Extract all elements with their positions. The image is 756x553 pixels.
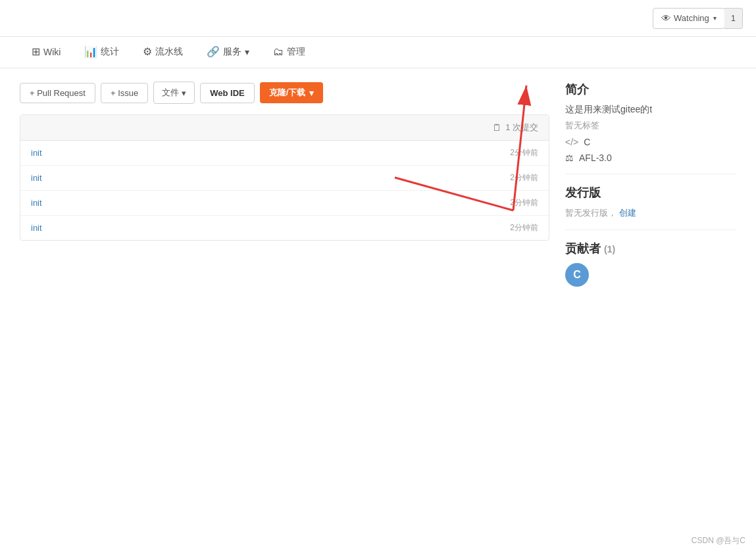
table-row: init 2分钟前: [20, 191, 549, 216]
license-icon: ⚖: [565, 153, 574, 163]
contributor-avatar[interactable]: C: [565, 263, 589, 287]
code-icon: </>: [565, 137, 578, 147]
stats-icon: 📊: [84, 45, 97, 58]
files-dropdown-icon: ▾: [182, 88, 186, 98]
watching-count-badge[interactable]: 1: [724, 8, 743, 29]
main-content: + Pull Request + Issue 文件 ▾ Web IDE 克隆/下…: [0, 68, 756, 300]
file-name-2[interactable]: init: [31, 198, 510, 208]
table-row: init 2分钟前: [20, 141, 549, 166]
pipeline-icon: ⚙: [143, 45, 152, 58]
chevron-down-icon: ▾: [713, 14, 717, 22]
commits-count: 1 次提交: [505, 122, 538, 133]
file-time-3: 2分钟前: [510, 222, 538, 233]
nav-item-pipeline[interactable]: ⚙ 流水线: [131, 37, 195, 68]
divider-1: [565, 174, 736, 174]
file-name-0[interactable]: init: [31, 148, 510, 158]
commit-icon: 🗒: [492, 122, 501, 133]
contributors-title: 贡献者 (1): [565, 241, 736, 256]
release-title: 发行版: [565, 185, 736, 201]
nav-label-manage: 管理: [287, 46, 305, 58]
nav-item-service[interactable]: 🔗 服务 ▾: [195, 37, 261, 68]
nav-bar: ⊞ Wiki 📊 统计 ⚙ 流水线 🔗 服务 ▾ 🗂 管理: [0, 37, 756, 68]
nav-label-service: 服务: [223, 46, 241, 58]
pull-request-button[interactable]: + Pull Request: [20, 83, 95, 103]
file-time-2: 2分钟前: [510, 197, 538, 208]
language-label: C: [584, 137, 590, 147]
nav-item-manage[interactable]: 🗂 管理: [261, 37, 317, 68]
contributors-section: 贡献者 (1) C: [565, 241, 736, 287]
license-label: AFL-3.0: [579, 153, 612, 163]
file-time-0: 2分钟前: [510, 147, 538, 158]
watching-group: 👁 Watching ▾ 1: [653, 8, 743, 29]
manage-icon: 🗂: [273, 46, 284, 58]
watching-button[interactable]: 👁 Watching ▾: [653, 8, 725, 29]
nav-label-stats: 统计: [101, 46, 119, 58]
contributors-title-text: 贡献者: [565, 242, 601, 255]
files-label: 文件: [162, 87, 179, 99]
nav-label-wiki: Wiki: [43, 47, 61, 57]
repo-table: 🗒 1 次提交 init 2分钟前 init 2分钟前 init 2分钟前 in…: [20, 114, 549, 241]
contributors-count: (1): [604, 244, 615, 254]
clone-download-button[interactable]: 克隆/下载 ▾: [260, 82, 324, 103]
clone-label: 克隆/下载: [269, 87, 306, 99]
clone-dropdown-icon: ▾: [309, 88, 314, 98]
create-release-link[interactable]: 创建: [619, 208, 636, 218]
file-name-1[interactable]: init: [31, 173, 510, 183]
watermark: CSDN @吾与C: [692, 535, 745, 546]
service-dropdown-icon: ▾: [245, 47, 249, 57]
top-bar: 👁 Watching ▾ 1: [0, 0, 756, 37]
intro-text: 这是用来测试gitee的t: [565, 104, 736, 116]
eye-icon: 👁: [661, 12, 671, 24]
watching-label: Watching: [674, 13, 709, 23]
nav-item-stats[interactable]: 📊 统计: [72, 37, 131, 68]
toolbar: + Pull Request + Issue 文件 ▾ Web IDE 克隆/下…: [20, 82, 549, 104]
license-row: ⚖ AFL-3.0: [565, 153, 736, 163]
web-ide-button[interactable]: Web IDE: [200, 83, 255, 103]
nav-item-wiki[interactable]: ⊞ Wiki: [20, 37, 72, 68]
left-panel: + Pull Request + Issue 文件 ▾ Web IDE 克隆/下…: [20, 82, 549, 287]
table-row: init 2分钟前: [20, 166, 549, 191]
issue-button[interactable]: + Issue: [101, 83, 148, 103]
intro-title: 简介: [565, 82, 736, 97]
no-release-text: 暂无发行版， 创建: [565, 207, 736, 219]
nav-label-pipeline: 流水线: [155, 46, 183, 58]
table-row: init 2分钟前: [20, 216, 549, 240]
language-row: </> C: [565, 137, 736, 147]
files-button[interactable]: 文件 ▾: [153, 82, 195, 104]
file-name-3[interactable]: init: [31, 223, 510, 233]
repo-table-header: 🗒 1 次提交: [20, 115, 549, 141]
file-time-1: 2分钟前: [510, 172, 538, 183]
wiki-icon: ⊞: [32, 45, 40, 58]
right-panel: 简介 这是用来测试gitee的t 暂无标签 </> C ⚖ AFL-3.0 发行…: [565, 82, 736, 287]
divider-2: [565, 229, 736, 230]
release-section: 发行版 暂无发行版， 创建: [565, 185, 736, 219]
no-release-label: 暂无发行版，: [565, 208, 617, 218]
service-icon: 🔗: [207, 45, 220, 58]
no-tag-text: 暂无标签: [565, 120, 736, 132]
intro-section: 简介 这是用来测试gitee的t 暂无标签 </> C ⚖ AFL-3.0: [565, 82, 736, 163]
